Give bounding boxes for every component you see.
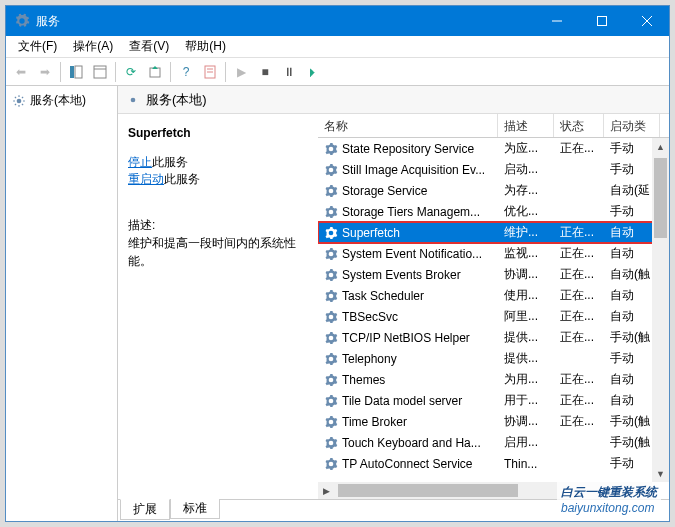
gear-icon: [324, 352, 338, 366]
service-row[interactable]: Still Image Acquisition Ev...启动...手动: [318, 159, 669, 180]
svg-rect-1: [70, 66, 74, 78]
col-name[interactable]: 名称: [318, 114, 498, 137]
pause-service-button[interactable]: ⏸: [278, 61, 300, 83]
window-title: 服务: [36, 13, 534, 30]
menu-action[interactable]: 操作(A): [65, 36, 121, 57]
separator: [225, 62, 226, 82]
gear-icon: [324, 457, 338, 471]
stop-link[interactable]: 停止: [128, 155, 152, 169]
service-row[interactable]: TP AutoConnect ServiceThin...手动: [318, 453, 669, 474]
cell-name: Themes: [318, 373, 498, 387]
scrollbar-vertical[interactable]: ▲ ▼: [652, 138, 669, 482]
scroll-thumb-v[interactable]: [654, 158, 667, 238]
desc-text: 维护和提高一段时间内的系统性能。: [128, 234, 308, 270]
gear-icon: [324, 163, 338, 177]
cell-desc: 提供...: [498, 350, 554, 367]
separator: [60, 62, 61, 82]
restart-service-button[interactable]: ⏵: [302, 61, 324, 83]
tree-root-services[interactable]: 服务(本地): [8, 90, 115, 111]
start-service-button[interactable]: ▶: [230, 61, 252, 83]
cell-name: System Events Broker: [318, 268, 498, 282]
forward-button[interactable]: ➡: [34, 61, 56, 83]
cell-name: TP AutoConnect Service: [318, 457, 498, 471]
properties-button[interactable]: [89, 61, 111, 83]
gear-icon: [324, 247, 338, 261]
scroll-thumb-h[interactable]: [338, 484, 518, 497]
gear-icon: [324, 373, 338, 387]
menu-file[interactable]: 文件(F): [10, 36, 65, 57]
service-row[interactable]: TCP/IP NetBIOS Helper提供...正在...手动(触: [318, 327, 669, 348]
menu-view[interactable]: 查看(V): [121, 36, 177, 57]
col-desc[interactable]: 描述: [498, 114, 554, 137]
col-state[interactable]: 状态: [554, 114, 604, 137]
gear-icon: [324, 226, 338, 240]
description-block: 描述: 维护和提高一段时间内的系统性能。: [128, 216, 308, 270]
cell-name: State Repository Service: [318, 142, 498, 156]
service-row[interactable]: Telephony提供...手动: [318, 348, 669, 369]
service-row[interactable]: State Repository Service为应...正在...手动: [318, 138, 669, 159]
service-row[interactable]: Time Broker协调...正在...手动(触: [318, 411, 669, 432]
minimize-button[interactable]: [534, 6, 579, 36]
gear-icon: [324, 184, 338, 198]
service-row[interactable]: System Event Notificatio...监视...正在...自动: [318, 243, 669, 264]
show-hide-button[interactable]: [65, 61, 87, 83]
left-tree-pane[interactable]: 服务(本地): [6, 86, 118, 521]
service-name: System Event Notificatio...: [342, 247, 482, 261]
service-name: Storage Service: [342, 184, 427, 198]
help-button[interactable]: ?: [175, 61, 197, 83]
cell-desc: 为用...: [498, 371, 554, 388]
service-list[interactable]: State Repository Service为应...正在...手动Stil…: [318, 138, 669, 474]
gear-icon: [324, 268, 338, 282]
service-row[interactable]: Themes为用...正在...自动: [318, 369, 669, 390]
cell-desc: 协调...: [498, 266, 554, 283]
service-name: Task Scheduler: [342, 289, 424, 303]
gear-icon: [324, 331, 338, 345]
restart-suffix: 此服务: [164, 172, 200, 186]
cell-desc: 监视...: [498, 245, 554, 262]
scroll-right-button[interactable]: ▶: [318, 482, 335, 499]
tab-extended[interactable]: 扩展: [120, 499, 170, 520]
gear-icon: [12, 94, 26, 108]
service-row[interactable]: Storage Service为存...自动(延: [318, 180, 669, 201]
selected-service-name: Superfetch: [128, 126, 308, 140]
titlebar[interactable]: 服务: [6, 6, 669, 36]
right-pane: 服务(本地) Superfetch 停止此服务 重启动此服务 描述: 维护和提高…: [118, 86, 669, 521]
tab-standard[interactable]: 标准: [170, 499, 220, 519]
export-button[interactable]: [144, 61, 166, 83]
close-button[interactable]: [624, 6, 669, 36]
stop-service-button[interactable]: ■: [254, 61, 276, 83]
maximize-button[interactable]: [579, 6, 624, 36]
service-name: Superfetch: [342, 226, 400, 240]
scroll-up-button[interactable]: ▲: [652, 138, 669, 155]
service-row[interactable]: Task Scheduler使用...正在...自动: [318, 285, 669, 306]
svg-rect-0: [597, 17, 606, 26]
col-start[interactable]: 启动类: [604, 114, 660, 137]
gear-icon: [14, 13, 30, 29]
menu-help[interactable]: 帮助(H): [177, 36, 234, 57]
cell-desc: 维护...: [498, 224, 554, 241]
service-row[interactable]: Superfetch维护...正在...自动: [318, 222, 669, 243]
service-row[interactable]: Storage Tiers Managem...优化...手动: [318, 201, 669, 222]
cell-name: Tile Data model server: [318, 394, 498, 408]
service-row[interactable]: Touch Keyboard and Ha...启用...手动(触: [318, 432, 669, 453]
gear-icon: [324, 310, 338, 324]
tree-root-label: 服务(本地): [30, 92, 86, 109]
list-header: 名称 描述 状态 启动类: [318, 114, 669, 138]
refresh-button[interactable]: ⟳: [120, 61, 142, 83]
service-name: TCP/IP NetBIOS Helper: [342, 331, 470, 345]
right-pane-header: 服务(本地): [118, 86, 669, 114]
service-row[interactable]: TBSecSvc阿里...正在...自动: [318, 306, 669, 327]
service-row[interactable]: Tile Data model server用于...正在...自动: [318, 390, 669, 411]
services-window: 服务 文件(F) 操作(A) 查看(V) 帮助(H) ⬅ ➡ ⟳ ? ▶ ■ ⏸…: [5, 5, 670, 522]
menubar: 文件(F) 操作(A) 查看(V) 帮助(H): [6, 36, 669, 58]
props-button[interactable]: [199, 61, 221, 83]
cell-name: Touch Keyboard and Ha...: [318, 436, 498, 450]
service-name: Touch Keyboard and Ha...: [342, 436, 481, 450]
svg-rect-2: [75, 66, 82, 78]
desc-label: 描述:: [128, 216, 308, 234]
back-button[interactable]: ⬅: [10, 61, 32, 83]
cell-name: Storage Service: [318, 184, 498, 198]
service-row[interactable]: System Events Broker协调...正在...自动(触: [318, 264, 669, 285]
restart-link[interactable]: 重启动: [128, 172, 164, 186]
scroll-down-button[interactable]: ▼: [652, 465, 669, 482]
